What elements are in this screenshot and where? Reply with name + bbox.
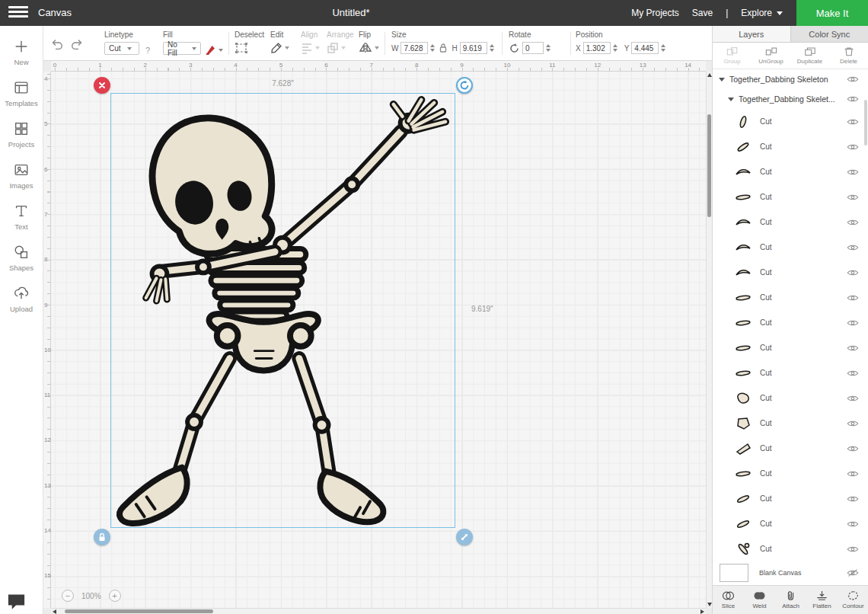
eye-icon[interactable]: [847, 495, 859, 503]
x-position-input[interactable]: [583, 42, 611, 54]
eye-icon[interactable]: [847, 244, 859, 251]
eye-off-icon[interactable]: [847, 569, 859, 577]
y-position-input[interactable]: [631, 42, 659, 54]
sidebar-item-images[interactable]: Images: [0, 155, 43, 196]
eye-icon[interactable]: [847, 545, 859, 553]
eye-icon[interactable]: [847, 470, 859, 478]
eye-icon[interactable]: [847, 445, 859, 453]
flip-icon[interactable]: [359, 42, 379, 53]
pen-color-icon[interactable]: [205, 44, 223, 56]
chevron-down-icon[interactable]: [728, 98, 734, 101]
attach-button[interactable]: Attach: [775, 586, 806, 614]
weld-button[interactable]: Weld: [744, 586, 775, 614]
ungroup-button[interactable]: UnGroup: [752, 43, 790, 69]
my-projects-link[interactable]: My Projects: [631, 8, 679, 18]
layer-row[interactable]: Cut: [713, 486, 868, 511]
group-button[interactable]: Group: [713, 43, 752, 69]
document-title[interactable]: Untitled*: [332, 7, 369, 18]
layer-row[interactable]: Cut: [713, 511, 868, 536]
scroll-right-arrow[interactable]: [700, 609, 704, 614]
deselect-icon[interactable]: [235, 42, 248, 54]
flatten-button[interactable]: Flatten: [806, 586, 838, 614]
delete-handle[interactable]: [94, 77, 110, 94]
eye-icon[interactable]: [847, 193, 859, 201]
layer-row[interactable]: Cut: [713, 260, 868, 285]
blank-canvas-row[interactable]: Blank Canvas: [713, 561, 868, 585]
layer-row[interactable]: Cut: [713, 235, 868, 260]
layer-row[interactable]: Cut: [713, 285, 868, 310]
skeleton-image[interactable]: [113, 95, 455, 527]
panel-scroll-thumb[interactable]: [864, 100, 867, 146]
eye-icon[interactable]: [847, 520, 859, 528]
sidebar-item-upload[interactable]: Upload: [0, 278, 43, 319]
make-it-button[interactable]: Make It: [796, 0, 868, 26]
help-button[interactable]: ?: [145, 46, 150, 55]
horizontal-scrollbar[interactable]: [51, 608, 706, 614]
sidebar-item-templates[interactable]: Templates: [0, 72, 43, 114]
layer-row[interactable]: Cut: [713, 411, 868, 436]
eye-icon[interactable]: [847, 319, 859, 327]
layer-row[interactable]: Cut: [713, 461, 868, 486]
height-stepper[interactable]: [490, 44, 494, 52]
vertical-scroll-thumb[interactable]: [707, 114, 711, 217]
layer-group-row[interactable]: Together_Dabbing Skeleton: [713, 69, 868, 89]
eye-icon[interactable]: [847, 395, 859, 402]
explore-menu[interactable]: Explore: [741, 8, 783, 18]
lock-aspect-icon[interactable]: [439, 43, 447, 53]
layer-row[interactable]: Cut: [713, 109, 868, 134]
sidebar-item-new[interactable]: New: [0, 31, 43, 72]
width-input[interactable]: [400, 42, 428, 54]
menu-icon[interactable]: [8, 6, 28, 20]
horizontal-scroll-thumb[interactable]: [65, 609, 213, 613]
layer-row[interactable]: Cut: [713, 209, 868, 235]
slice-button[interactable]: Slice: [713, 586, 744, 614]
zoom-out-button[interactable]: −: [62, 590, 74, 602]
eye-icon[interactable]: [847, 420, 859, 427]
eye-icon[interactable]: [847, 219, 859, 226]
layer-row[interactable]: Cut: [713, 335, 868, 360]
contour-button[interactable]: Contour: [838, 586, 868, 614]
rotate-tool-icon[interactable]: [509, 43, 520, 54]
eye-icon[interactable]: [847, 95, 859, 103]
rotate-stepper[interactable]: [546, 44, 550, 52]
sidebar-item-shapes[interactable]: Shapes: [0, 237, 43, 278]
layer-row[interactable]: Cut: [713, 184, 868, 209]
resize-handle[interactable]: [456, 529, 473, 545]
height-input[interactable]: [460, 42, 487, 54]
layer-row[interactable]: Cut: [713, 436, 868, 461]
rotate-handle[interactable]: [456, 77, 473, 94]
layer-row[interactable]: Cut: [713, 310, 868, 335]
lock-handle[interactable]: [94, 529, 110, 545]
layer-row[interactable]: Cut: [713, 134, 868, 159]
eye-icon[interactable]: [847, 269, 859, 277]
canvas-color-swatch[interactable]: [720, 564, 748, 582]
save-link[interactable]: Save: [692, 8, 713, 18]
eye-icon[interactable]: [847, 75, 859, 83]
width-stepper[interactable]: [430, 44, 435, 52]
layer-row[interactable]: Cut: [713, 385, 868, 411]
tab-color-sync[interactable]: Color Sync: [791, 26, 868, 43]
rotate-input[interactable]: [522, 42, 544, 54]
eye-icon[interactable]: [847, 369, 859, 377]
sidebar-item-text[interactable]: Text: [0, 196, 43, 237]
zoom-in-button[interactable]: +: [109, 590, 121, 602]
fill-select[interactable]: No Fill: [163, 42, 201, 55]
edit-icon[interactable]: [270, 42, 289, 54]
eye-icon[interactable]: [847, 118, 859, 126]
delete-button[interactable]: Delete: [829, 43, 868, 69]
vertical-scrollbar[interactable]: [706, 72, 712, 608]
sidebar-item-projects[interactable]: Projects: [0, 114, 43, 155]
chat-bubble-icon[interactable]: [6, 593, 27, 610]
x-stepper[interactable]: [613, 44, 617, 52]
duplicate-button[interactable]: Duplicate: [790, 43, 829, 69]
redo-icon[interactable]: [69, 38, 85, 50]
chevron-down-icon[interactable]: [719, 78, 725, 82]
eye-icon[interactable]: [847, 143, 859, 151]
eye-icon[interactable]: [847, 344, 859, 352]
scroll-left-arrow[interactable]: [53, 609, 56, 614]
tab-layers[interactable]: Layers: [713, 26, 791, 43]
selected-object[interactable]: 7.628" 9.619": [110, 93, 455, 528]
undo-icon[interactable]: [49, 38, 65, 50]
layer-row[interactable]: Cut: [713, 360, 868, 385]
y-stepper[interactable]: [661, 44, 665, 52]
